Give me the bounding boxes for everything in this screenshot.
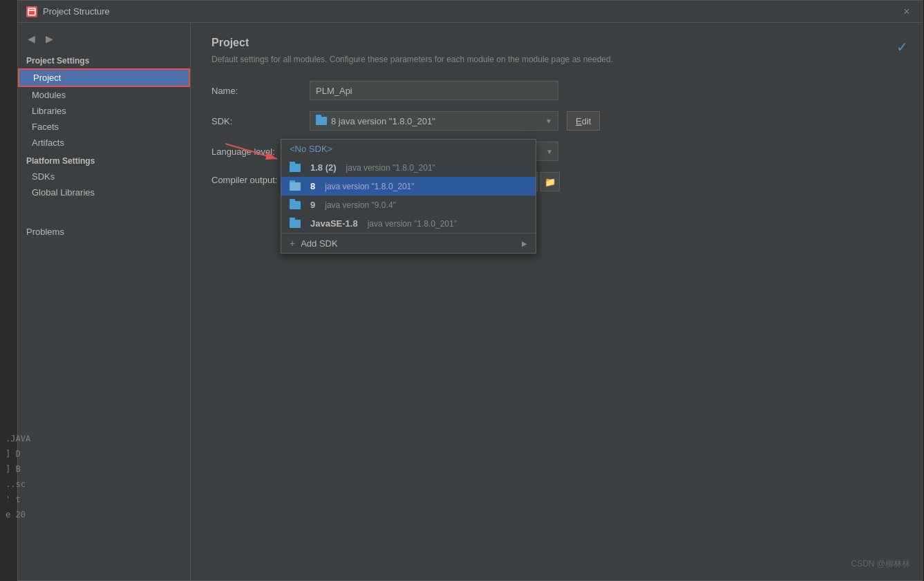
sdk-dropdown-wrapper: 8 java version "1.8.0_201" ▼ [310, 111, 558, 131]
watermark: CSDN @柳林林 [851, 558, 910, 570]
sidebar-item-artifacts[interactable]: Artifacts [18, 135, 190, 151]
dialog-footer: ✓ [896, 39, 908, 55]
sdk-folder-icon-1 [290, 164, 301, 172]
sidebar-item-facets[interactable]: Facets [18, 119, 190, 135]
sdk-option-8-detail: java version "1.8.0_201" [325, 182, 414, 191]
sdk-folder-icon [316, 117, 327, 125]
sidebar-item-sdks[interactable]: SDKs [18, 169, 190, 184]
add-sdk-label: Add SDK [301, 238, 337, 249]
sdk-option-no-sdk[interactable]: <No SDK> [281, 140, 536, 158]
sidebar-item-artifacts-label: Artifacts [32, 137, 64, 148]
bg-code-line-4: ..sc [6, 477, 91, 492]
sidebar-item-sdks-label: SDKs [32, 171, 55, 182]
bg-code-line-5: ' t [6, 492, 91, 507]
sdk-option-1-8-2-detail: java version "1.8.0_201" [346, 163, 435, 173]
sidebar-item-project[interactable]: Project [18, 68, 190, 87]
close-button[interactable]: × [900, 5, 914, 19]
dialog-title: Project Structure [43, 6, 110, 17]
sidebar-item-global-libraries-label: Global Libraries [32, 187, 95, 198]
folder-icon: 📁 [545, 177, 556, 187]
bg-code-line-3: ] B [6, 461, 91, 477]
sdk-dropdown-arrow-icon: ▼ [545, 117, 552, 125]
sidebar-item-facets-label: Facets [32, 122, 59, 132]
sdk-option-9[interactable]: 9 java version "9.0.4" [281, 196, 536, 214]
sdk-option-8-version: 8 [310, 181, 315, 191]
sidebar-item-modules-label: Modules [32, 90, 66, 100]
sdk-folder-icon-3 [290, 201, 301, 209]
name-input[interactable] [310, 81, 558, 100]
sdk-option-javase-1-8-version: JavaSE-1.8 [310, 218, 358, 229]
add-sdk-left: + Add SDK [290, 238, 338, 249]
bg-code-line-1: .JAVA [6, 431, 91, 446]
name-label: Name: [211, 86, 301, 96]
add-sdk-arrow: ▶ [522, 240, 527, 247]
sidebar-nav: ◀ ▶ [18, 28, 190, 52]
sidebar-problems-label: Problems [26, 227, 64, 237]
confirm-check-button[interactable]: ✓ [896, 39, 908, 55]
sdk-folder-icon-2 [290, 182, 301, 191]
sdk-option-9-version: 9 [310, 200, 315, 210]
sidebar-item-global-libraries[interactable]: Global Libraries [18, 184, 190, 200]
sdk-option-no-sdk-label: <No SDK> [290, 144, 332, 154]
sdk-option-1-8-2-version: 1.8 (2) [310, 162, 337, 173]
sdk-edit-label: Edit [576, 116, 591, 126]
section-desc: Default settings for all modules. Config… [211, 55, 901, 64]
sidebar-item-problems[interactable]: Problems [18, 221, 190, 240]
nav-forward-button[interactable]: ▶ [41, 31, 57, 46]
language-level-arrow-icon: ▼ [546, 148, 553, 155]
sdk-option-8[interactable]: 8 java version "1.8.0_201" [281, 177, 536, 196]
sdk-option-javase-1-8-detail: java version "1.8.0_201" [368, 219, 457, 229]
sidebar-item-project-label: Project [33, 73, 61, 83]
dialog-icon [26, 6, 37, 17]
titlebar-left: Project Structure [26, 6, 110, 17]
project-structure-dialog: Project Structure × ◀ ▶ Project Settings… [17, 0, 923, 581]
project-settings-label: Project Settings [18, 52, 190, 68]
dialog-titlebar: Project Structure × [18, 1, 922, 23]
background-code: .JAVA ] D ] B ..sc ' t e 20 [0, 428, 97, 525]
add-icon: + [290, 238, 295, 249]
sdk-popup: <No SDK> 1.8 (2) java version "1.8.0_201… [281, 139, 536, 254]
platform-settings-label: Platform Settings [18, 151, 190, 169]
sdk-option-9-detail: java version "9.0.4" [325, 200, 396, 210]
sdk-option-1-8-2[interactable]: 1.8 (2) java version "1.8.0_201" [281, 158, 536, 177]
nav-back-button[interactable]: ◀ [23, 31, 39, 46]
main-content: Project Default settings for all modules… [191, 23, 922, 580]
sdk-label: SDK: [211, 116, 301, 126]
compiler-folder-button[interactable]: 📁 [540, 172, 560, 191]
sidebar-item-modules[interactable]: Modules [18, 87, 190, 103]
sdk-dropdown[interactable]: 8 java version "1.8.0_201" ▼ [310, 111, 558, 131]
add-sdk-item[interactable]: + Add SDK ▶ [281, 233, 536, 253]
sdk-row: SDK: 8 java version "1.8.0_201" ▼ Edit [211, 111, 901, 131]
sdk-folder-icon-4 [290, 220, 301, 228]
sidebar-item-libraries[interactable]: Libraries [18, 103, 190, 119]
bg-code-line-2: ] D [6, 446, 91, 461]
sdk-edit-button[interactable]: Edit [567, 111, 600, 131]
sdk-option-javase-1-8[interactable]: JavaSE-1.8 java version "1.8.0_201" [281, 214, 536, 233]
sidebar-item-libraries-label: Libraries [32, 106, 66, 116]
section-title: Project [211, 37, 901, 49]
dialog-body: ◀ ▶ Project Settings Project Modules Lib… [18, 23, 922, 580]
name-row: Name: [211, 81, 901, 100]
bg-code-line-6: e 20 [6, 507, 91, 522]
svg-rect-0 [28, 8, 35, 15]
sdk-dropdown-value: 8 java version "1.8.0_201" [331, 116, 435, 126]
